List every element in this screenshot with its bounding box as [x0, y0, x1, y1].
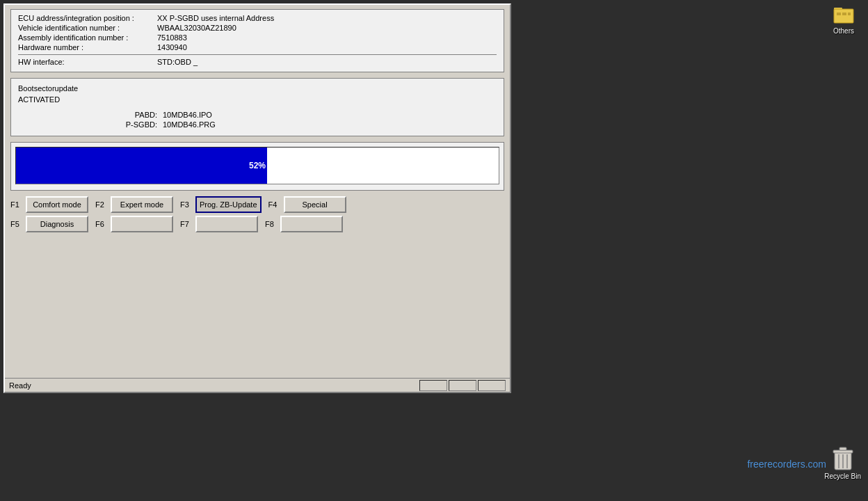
fkeys-row2: F5 Diagnosis F6 F7 F8 — [10, 216, 504, 232]
f7-button[interactable] — [195, 216, 258, 232]
svg-rect-3 — [837, 13, 841, 15]
vin-row: Vehicle identification number : WBAAL320… — [18, 24, 497, 32]
fkey-f8-label: F8 — [265, 220, 280, 228]
window-content: ECU address/integration position : XX P-… — [5, 5, 510, 392]
fkey-f8-group: F8 — [265, 216, 343, 232]
f4-button[interactable]: Special — [284, 196, 346, 213]
assembly-row: Assembly identification number : 7510883 — [18, 33, 497, 42]
svg-rect-8 — [839, 447, 846, 450]
fkey-f3-label: F3 — [180, 200, 195, 209]
fkey-f3-group: F3 Prog. ZB-Update — [180, 196, 262, 213]
fkey-f1-group: F1 Comfort mode — [10, 196, 88, 213]
psgbd-value: 10MDB46.PRG — [163, 120, 216, 129]
fkey-f5-label: F5 — [10, 220, 26, 228]
hw-interface-row: HW interface: STD:OBD _ — [18, 58, 497, 66]
bootsector-panel: Bootsectorupdate ACTIVATED PABD: 10MDB46… — [10, 78, 504, 136]
svg-rect-0 — [834, 9, 853, 23]
svg-rect-5 — [848, 13, 851, 15]
app-window: ECU address/integration position : XX P-… — [3, 3, 511, 393]
recycle-bin-icon[interactable]: Recycle Bin — [824, 445, 861, 480]
ecu-row: ECU address/integration position : XX P-… — [18, 14, 497, 22]
recycle-bin-label: Recycle Bin — [824, 472, 861, 480]
f8-button[interactable] — [280, 216, 343, 232]
fkey-f1-label: F1 — [10, 200, 26, 209]
f6-button[interactable] — [111, 216, 173, 232]
status-panel-3 — [478, 380, 506, 391]
status-panel-1 — [419, 380, 447, 391]
svg-rect-7 — [833, 450, 853, 453]
fkey-f4-group: F4 Special — [268, 196, 346, 213]
status-panels — [419, 380, 506, 391]
f3-button[interactable]: Prog. ZB-Update — [195, 196, 262, 213]
progress-panel: 52% — [10, 142, 504, 191]
psgbd-label: P-SGBD: — [115, 120, 157, 129]
hw-interface-value: STD:OBD _ — [157, 58, 198, 66]
info-divider — [18, 54, 497, 55]
status-text: Ready — [9, 381, 419, 390]
folder-icon-svg — [833, 3, 855, 26]
bootsector-status: ACTIVATED — [18, 95, 497, 104]
file-rows: PABD: 10MDB46.IPO P-SGBD: 10MDB46.PRG — [115, 111, 497, 130]
hardware-label: Hardware number : — [18, 43, 157, 51]
fkey-f7-group: F7 — [180, 216, 258, 232]
fkey-f6-label: F6 — [95, 220, 111, 228]
fkey-f7-label: F7 — [180, 220, 195, 228]
desktop-icons-area: Others — [823, 3, 865, 35]
assembly-label: Assembly identification number : — [18, 33, 157, 42]
recycle-bin-svg — [832, 445, 854, 472]
progress-bar-fill — [16, 148, 267, 184]
fkey-f2-label: F2 — [95, 200, 111, 209]
fkey-f6-group: F6 — [95, 216, 173, 232]
fkey-f5-group: F5 Diagnosis — [10, 216, 88, 232]
pabd-row: PABD: 10MDB46.IPO — [115, 111, 212, 119]
ecu-value: XX P-SGBD uses internal Address — [157, 14, 274, 22]
info-panel: ECU address/integration position : XX P-… — [10, 9, 504, 72]
others-icon-label: Others — [823, 27, 865, 35]
bootsector-title: Bootsectorupdate — [18, 84, 497, 93]
progress-bar-container: 52% — [15, 147, 499, 184]
hardware-value: 1430940 — [157, 43, 187, 51]
website-text: freerecorders.com — [747, 459, 826, 470]
hw-interface-label: HW interface: — [18, 58, 157, 66]
vin-value: WBAAL32030AZ21890 — [157, 24, 236, 32]
assembly-value: 7510883 — [157, 33, 187, 42]
fkeys-row1: F1 Comfort mode F2 Expert mode F3 Prog. … — [10, 196, 504, 213]
fkeys-panel: F1 Comfort mode F2 Expert mode F3 Prog. … — [10, 196, 504, 235]
hardware-row: Hardware number : 1430940 — [18, 43, 497, 51]
fkey-f4-label: F4 — [268, 200, 284, 209]
status-bar: Ready — [5, 378, 510, 392]
fkey-f2-group: F2 Expert mode — [95, 196, 173, 213]
desktop: Others ECU address/integration position … — [0, 0, 868, 501]
pabd-label: PABD: — [115, 111, 157, 119]
progress-text: 52% — [249, 161, 266, 170]
pabd-value: 10MDB46.IPO — [163, 111, 212, 119]
status-panel-2 — [449, 380, 476, 391]
f5-button[interactable]: Diagnosis — [26, 216, 88, 232]
psgbd-row: P-SGBD: 10MDB46.PRG — [115, 120, 216, 129]
others-icon[interactable]: Others — [823, 3, 865, 35]
f1-button[interactable]: Comfort mode — [26, 196, 88, 213]
vin-label: Vehicle identification number : — [18, 24, 157, 32]
svg-rect-4 — [842, 13, 846, 15]
ecu-label: ECU address/integration position : — [18, 14, 157, 22]
f2-button[interactable]: Expert mode — [111, 196, 173, 213]
